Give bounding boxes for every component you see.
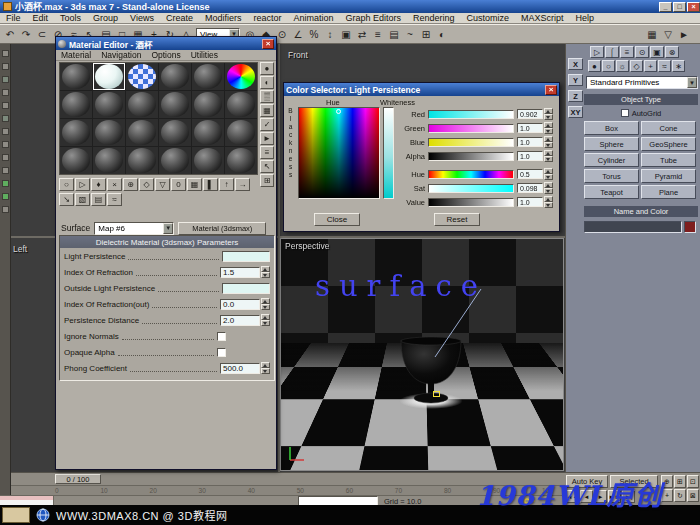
material-sample-slot[interactable] xyxy=(60,147,92,174)
material-sample-slot[interactable] xyxy=(60,63,92,90)
object-type-button[interactable]: Cylinder xyxy=(584,153,639,167)
category-geometry-icon[interactable]: ● xyxy=(588,60,601,72)
pan-icon[interactable]: + xyxy=(661,489,673,502)
material-sample-slot[interactable] xyxy=(93,119,125,146)
material-sample-slot[interactable] xyxy=(192,147,224,174)
viewport-label-perspective[interactable]: Perspective xyxy=(285,241,329,251)
options-icon[interactable]: ≡ xyxy=(260,146,274,159)
spinner[interactable] xyxy=(544,122,553,134)
spinner[interactable] xyxy=(261,314,270,326)
backlight-icon[interactable]: ◐ xyxy=(260,76,274,89)
object-type-button[interactable]: Tube xyxy=(641,153,696,167)
shelf-icon[interactable] xyxy=(2,167,9,174)
sample-type-icon[interactable]: ● xyxy=(260,62,274,75)
menu-item[interactable]: Views xyxy=(124,13,160,24)
axis-constraint-button[interactable]: Z xyxy=(568,90,583,102)
redo-icon[interactable]: ↷ xyxy=(18,26,34,42)
close-button[interactable]: × xyxy=(687,2,700,12)
spinner[interactable] xyxy=(544,136,553,148)
zoom-all-icon[interactable]: ⊞ xyxy=(674,475,686,488)
undo-icon[interactable]: ↶ xyxy=(2,26,18,42)
checkbox[interactable] xyxy=(217,348,226,357)
maximize-viewport-icon[interactable]: ⊠ xyxy=(687,489,699,502)
channel-value-field[interactable]: 1.0 xyxy=(517,151,543,161)
shelf-icon[interactable] xyxy=(2,193,9,200)
menu-item[interactable]: Animation xyxy=(287,13,339,24)
viewport-label-front[interactable]: Front xyxy=(288,50,308,60)
menu-item[interactable]: reactor xyxy=(247,13,287,24)
channel-ramp[interactable] xyxy=(428,110,514,119)
menu-item[interactable]: Utilities xyxy=(186,50,223,60)
spinner[interactable] xyxy=(544,150,553,162)
render-type-icon[interactable]: ▽ xyxy=(660,26,676,42)
tab-hierarchy-icon[interactable]: ≡ xyxy=(620,46,634,58)
axis-constraint-button[interactable]: Y xyxy=(568,74,583,86)
object-type-button[interactable]: Pyramid xyxy=(641,169,696,183)
me-toolbar-icon[interactable]: ▧ xyxy=(75,193,90,206)
zoom-icon[interactable]: ⊕ xyxy=(661,475,673,488)
material-type-button[interactable]: Material (3dsmax) xyxy=(178,222,266,235)
make-preview-icon[interactable]: ► xyxy=(260,132,274,145)
spinner[interactable] xyxy=(544,108,553,120)
shelf-icon[interactable] xyxy=(2,50,9,57)
footer-site-text[interactable]: WWW.3DMAX8.CN @ 3D教程网 xyxy=(56,507,227,523)
time-slider-handle[interactable]: 0 / 100 xyxy=(55,474,101,484)
menu-item[interactable]: File xyxy=(0,13,27,24)
channel-value-field[interactable]: 0.098 xyxy=(517,183,543,193)
zoom-extents-icon[interactable]: ⊡ xyxy=(687,475,699,488)
spinner[interactable] xyxy=(544,182,553,194)
material-sample-slot[interactable] xyxy=(60,91,92,118)
shelf-icon[interactable] xyxy=(2,206,9,213)
shelf-icon[interactable] xyxy=(2,115,9,122)
shelf-icon[interactable] xyxy=(2,76,9,83)
channel-ramp[interactable] xyxy=(428,170,514,179)
close-icon[interactable]: × xyxy=(545,85,557,95)
menu-item[interactable]: Create xyxy=(160,13,199,24)
minimize-button[interactable]: _ xyxy=(659,2,672,12)
axis-constraint-button[interactable]: X xyxy=(568,58,583,70)
tab-motion-icon[interactable]: ⊙ xyxy=(635,46,649,58)
put-material-to-scene-icon[interactable]: ▷ xyxy=(75,178,90,191)
spinner[interactable] xyxy=(261,362,270,374)
schematic-view-icon[interactable]: ⊞ xyxy=(418,26,434,42)
checkbox[interactable] xyxy=(217,332,226,341)
material-sample-slot[interactable] xyxy=(159,63,191,90)
object-type-button[interactable]: GeoSphere xyxy=(641,137,696,151)
channel-value-field[interactable]: 0.902 xyxy=(517,109,543,119)
video-color-check-icon[interactable]: ✓ xyxy=(260,118,274,131)
close-icon[interactable]: × xyxy=(262,39,274,49)
make-unique-icon[interactable]: ◇ xyxy=(139,178,154,191)
material-sample-slot[interactable] xyxy=(126,147,158,174)
color-swatch[interactable] xyxy=(222,283,270,294)
shelf-icon[interactable] xyxy=(2,89,9,96)
material-sample-slot[interactable] xyxy=(225,147,257,174)
whiteness-ramp[interactable] xyxy=(383,107,394,199)
background-icon[interactable]: ▒ xyxy=(260,90,274,103)
assign-material-icon[interactable]: ♦ xyxy=(91,178,106,191)
reset-map-icon[interactable]: × xyxy=(107,178,122,191)
material-editor-title-bar[interactable]: Material Editor - 酒杯 × xyxy=(56,37,276,50)
map-name-dropdown[interactable]: Map #6 ▼ xyxy=(94,222,174,235)
edit-named-selections-icon[interactable]: ▣ xyxy=(338,26,354,42)
spinner[interactable] xyxy=(261,266,270,278)
material-sample-slot[interactable] xyxy=(159,91,191,118)
menu-item[interactable]: Edit xyxy=(27,13,55,24)
color-swatch[interactable] xyxy=(222,251,270,262)
sample-uv-tiling-icon[interactable]: ▦ xyxy=(260,104,274,117)
menu-item[interactable]: Help xyxy=(570,13,601,24)
primitive-category-dropdown[interactable]: Standard Primitives ▼ xyxy=(586,76,698,89)
color-picker-marker[interactable] xyxy=(336,109,341,114)
object-type-rollout-header[interactable]: Object Type xyxy=(584,94,698,105)
show-end-result-icon[interactable]: ▌ xyxy=(203,178,218,191)
select-and-link-icon[interactable]: ⊂ xyxy=(34,26,50,42)
arc-rotate-icon[interactable]: ↻ xyxy=(674,489,686,502)
object-type-button[interactable]: Sphere xyxy=(584,137,639,151)
align-icon[interactable]: ≡ xyxy=(370,26,386,42)
menu-item[interactable]: Graph Editors xyxy=(340,13,408,24)
material-sample-slot[interactable] xyxy=(93,91,125,118)
material-sample-slot[interactable] xyxy=(225,63,257,90)
value-field[interactable]: 0.0 xyxy=(220,299,260,310)
get-material-icon[interactable]: ○ xyxy=(59,178,74,191)
tab-modify-icon[interactable]: ⌠ xyxy=(605,46,619,58)
object-type-button[interactable]: Box xyxy=(584,121,639,135)
